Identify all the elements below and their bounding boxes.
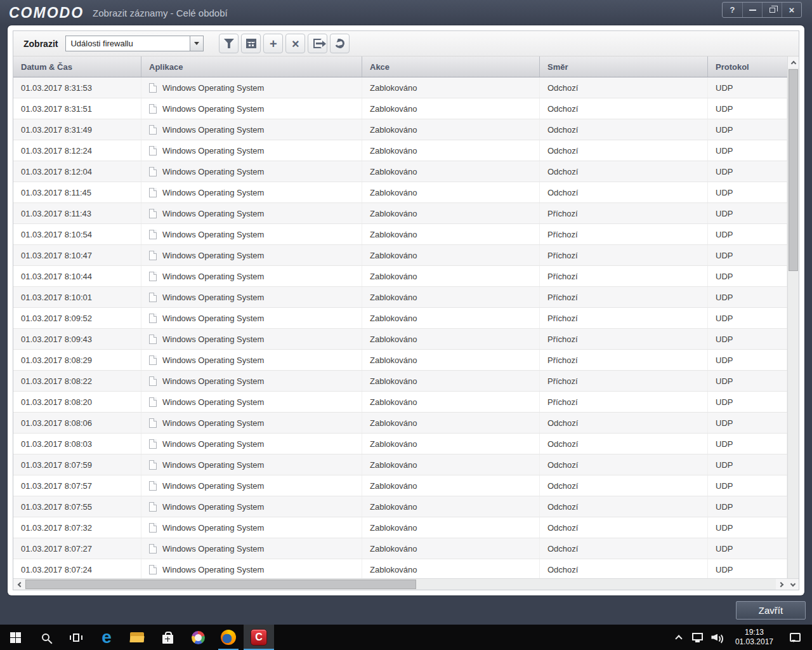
table-row[interactable]: 01.03.2017 8:10:47 Windows Operating Sys…	[13, 245, 787, 266]
table-row[interactable]: 01.03.2017 8:08:03 Windows Operating Sys…	[13, 434, 787, 454]
cell-datetime: 01.03.2017 8:12:24	[13, 140, 141, 161]
cell-application: Windows Operating System	[141, 496, 362, 517]
vertical-scrollbar[interactable]	[787, 56, 799, 578]
cell-protocol: UDP	[708, 329, 787, 349]
column-header-datetime[interactable]: Datum & Čas	[13, 56, 141, 77]
scroll-left-button[interactable]	[13, 579, 25, 590]
cell-action: Zablokováno	[362, 98, 540, 119]
start-button[interactable]	[0, 625, 30, 650]
table-row[interactable]: 01.03.2017 8:31:49 Windows Operating Sys…	[13, 119, 787, 140]
horizontal-scrollbar[interactable]	[13, 578, 799, 590]
cell-protocol: UDP	[708, 245, 787, 265]
table-row[interactable]: 01.03.2017 8:07:32 Windows Operating Sys…	[13, 517, 787, 538]
edge-button[interactable]: e	[91, 625, 122, 650]
tray-expand-button[interactable]	[669, 625, 688, 650]
document-icon	[149, 188, 157, 197]
restore-button[interactable]	[762, 3, 782, 17]
table-row[interactable]: 01.03.2017 8:12:24 Windows Operating Sys…	[13, 140, 787, 161]
refresh-button[interactable]	[330, 34, 350, 53]
cell-application: Windows Operating System	[141, 475, 362, 496]
scroll-down-button[interactable]	[787, 579, 799, 590]
cell-datetime: 01.03.2017 8:10:47	[13, 245, 141, 265]
store-icon	[162, 635, 173, 644]
document-icon	[149, 272, 157, 281]
table-row[interactable]: 01.03.2017 8:09:52 Windows Operating Sys…	[13, 308, 787, 329]
close-button[interactable]: ×	[782, 3, 801, 17]
toolbar: Zobrazit Události firewallu + ×	[13, 31, 799, 56]
table-row[interactable]: 01.03.2017 8:08:06 Windows Operating Sys…	[13, 413, 787, 434]
table-row[interactable]: 01.03.2017 8:08:29 Windows Operating Sys…	[13, 350, 787, 371]
file-explorer-button[interactable]	[122, 625, 152, 650]
cell-datetime: 01.03.2017 8:31:49	[13, 119, 141, 140]
table-row[interactable]: 01.03.2017 8:31:53 Windows Operating Sys…	[13, 77, 787, 98]
zavrit-button[interactable]: Zavřít	[736, 601, 806, 620]
volume-tray-button[interactable]	[707, 625, 728, 650]
table-row[interactable]: 01.03.2017 8:10:44 Windows Operating Sys…	[13, 266, 787, 287]
period-button[interactable]	[241, 34, 261, 53]
cell-protocol: UDP	[708, 413, 787, 433]
add-button[interactable]: +	[263, 34, 283, 53]
table-row[interactable]: 01.03.2017 8:11:45 Windows Operating Sys…	[13, 182, 787, 203]
chevron-up-icon	[790, 60, 796, 65]
clock[interactable]: 19:13 01.03.2017	[728, 625, 781, 650]
document-icon	[149, 544, 157, 554]
task-view-icon	[73, 633, 79, 642]
search-button[interactable]	[30, 625, 61, 650]
tray-date: 01.03.2017	[735, 637, 773, 647]
cell-application: Windows Operating System	[141, 98, 362, 119]
table-row[interactable]: 01.03.2017 8:08:22 Windows Operating Sys…	[13, 371, 787, 392]
scroll-up-button[interactable]	[788, 56, 799, 68]
horizontal-scroll-track[interactable]	[25, 579, 776, 590]
taskbar: e C 19:13 01.03.2017	[0, 625, 812, 650]
column-header-direction[interactable]: Směr	[540, 56, 708, 77]
document-icon	[149, 83, 157, 93]
vertical-scroll-thumb[interactable]	[789, 69, 798, 271]
table-row[interactable]: 01.03.2017 8:11:43 Windows Operating Sys…	[13, 203, 787, 224]
column-header-application[interactable]: Aplikace	[141, 56, 362, 77]
help-button[interactable]: ?	[723, 3, 742, 17]
delete-button[interactable]: ×	[285, 34, 305, 53]
document-icon	[149, 481, 157, 491]
filter-funnel-icon	[224, 39, 234, 48]
action-center-button[interactable]	[781, 625, 809, 650]
column-header-protocol[interactable]: Protokol	[708, 56, 787, 77]
table-row[interactable]: 01.03.2017 8:08:20 Windows Operating Sys…	[13, 392, 787, 413]
table-row[interactable]: 01.03.2017 8:12:04 Windows Operating Sys…	[13, 161, 787, 182]
task-view-button[interactable]	[61, 625, 91, 650]
column-header-action[interactable]: Akce	[362, 56, 540, 77]
table-row[interactable]: 01.03.2017 8:31:51 Windows Operating Sys…	[13, 98, 787, 119]
cell-action: Zablokováno	[362, 140, 540, 161]
cell-application: Windows Operating System	[141, 413, 362, 433]
table-row[interactable]: 01.03.2017 8:07:57 Windows Operating Sys…	[13, 475, 787, 496]
table-row[interactable]: 01.03.2017 8:10:54 Windows Operating Sys…	[13, 224, 787, 245]
cell-datetime: 01.03.2017 8:07:24	[13, 559, 141, 578]
cell-protocol: UDP	[708, 119, 787, 140]
export-button[interactable]	[308, 34, 327, 53]
document-icon	[149, 523, 157, 533]
cell-datetime: 01.03.2017 8:11:43	[13, 203, 141, 223]
table-row[interactable]: 01.03.2017 8:07:55 Windows Operating Sys…	[13, 496, 787, 517]
cell-action: Zablokováno	[362, 245, 540, 265]
comodo-button[interactable]: C	[244, 625, 274, 650]
document-icon	[149, 125, 157, 135]
table-row[interactable]: 01.03.2017 8:07:59 Windows Operating Sys…	[13, 454, 787, 475]
minimize-button[interactable]	[742, 3, 762, 17]
table-row[interactable]: 01.03.2017 8:07:24 Windows Operating Sys…	[13, 559, 787, 578]
filter-button[interactable]	[219, 34, 239, 53]
firefox-button[interactable]	[213, 625, 244, 650]
cell-application: Windows Operating System	[141, 538, 362, 559]
dropdown-button[interactable]	[190, 36, 203, 51]
table-row[interactable]: 01.03.2017 8:07:27 Windows Operating Sys…	[13, 538, 787, 559]
table-row[interactable]: 01.03.2017 8:10:01 Windows Operating Sys…	[13, 287, 787, 308]
scroll-right-button[interactable]	[776, 579, 787, 590]
cell-action: Zablokováno	[362, 559, 540, 578]
cell-application: Windows Operating System	[141, 329, 362, 349]
paint-button[interactable]	[183, 625, 213, 650]
cell-datetime: 01.03.2017 8:07:32	[13, 517, 141, 538]
document-icon	[149, 376, 157, 386]
store-button[interactable]	[152, 625, 183, 650]
network-tray-button[interactable]	[688, 625, 707, 650]
log-type-dropdown[interactable]: Události firewallu	[65, 36, 204, 51]
table-row[interactable]: 01.03.2017 8:09:43 Windows Operating Sys…	[13, 329, 787, 350]
horizontal-scroll-thumb[interactable]	[25, 580, 416, 589]
